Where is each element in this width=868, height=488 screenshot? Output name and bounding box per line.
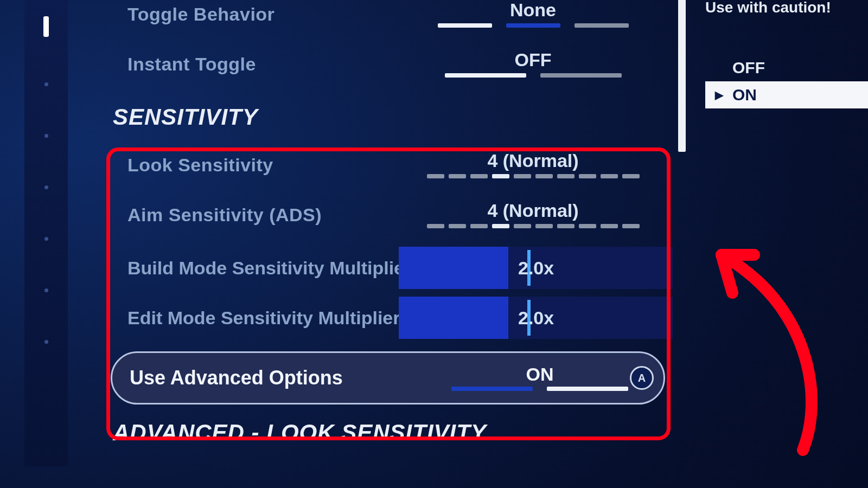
control-use-advanced[interactable]: ON xyxy=(433,365,646,391)
slider-edit-multiplier[interactable]: 2.0x xyxy=(399,297,673,339)
label-toggle-behavior: Toggle Behavior xyxy=(127,4,410,25)
segments-instant-toggle xyxy=(445,73,622,78)
row-instant-toggle[interactable]: Instant Toggle OFF xyxy=(103,39,673,89)
row-aim-sensitivity[interactable]: Aim Sensitivity (ADS) 4 (Normal) xyxy=(103,190,673,240)
nav-item-active[interactable] xyxy=(43,16,49,37)
value-aim-sensitivity: 4 (Normal) xyxy=(487,201,578,220)
scrollbar[interactable] xyxy=(678,0,686,455)
label-look-sensitivity: Look Sensitivity xyxy=(127,155,410,176)
ticks-look-sensitivity xyxy=(427,174,640,178)
row-toggle-behavior[interactable]: Toggle Behavior None xyxy=(103,0,673,39)
control-toggle-behavior[interactable]: None xyxy=(410,1,656,28)
help-option-off[interactable]: OFF xyxy=(705,54,868,81)
value-toggle-behavior: None xyxy=(510,1,556,19)
help-panel: Use with caution! OFF ON xyxy=(705,0,868,108)
label-use-advanced: Use Advanced Options xyxy=(130,367,433,389)
help-option-on[interactable]: ON xyxy=(705,81,868,108)
settings-panel: Toggle Behavior None Instant Toggle OFF … xyxy=(103,0,673,488)
nav-dot-icon[interactable] xyxy=(44,185,48,189)
ticks-aim-sensitivity xyxy=(427,224,640,228)
slider-value: 2.0x xyxy=(518,307,554,329)
control-instant-toggle[interactable]: OFF xyxy=(410,50,656,78)
section-sensitivity: SENSITIVITY xyxy=(103,89,673,140)
label-aim-sensitivity: Aim Sensitivity (ADS) xyxy=(127,204,410,226)
value-instant-toggle: OFF xyxy=(515,50,552,69)
slider-build-multiplier[interactable]: 2.0x xyxy=(399,247,673,289)
segments-toggle-behavior xyxy=(438,23,629,28)
label-instant-toggle: Instant Toggle xyxy=(127,54,410,75)
nav-dot-icon[interactable] xyxy=(44,288,48,292)
nav-dot-icon[interactable] xyxy=(44,237,48,241)
left-nav xyxy=(24,0,68,466)
nav-dot-icon[interactable] xyxy=(44,340,48,344)
control-look-sensitivity[interactable]: 4 (Normal) xyxy=(410,151,656,178)
value-look-sensitivity: 4 (Normal) xyxy=(487,151,578,170)
slider-fill xyxy=(399,297,508,339)
a-button-icon[interactable]: A xyxy=(630,366,654,390)
row-build-multiplier[interactable]: Build Mode Sensitivity Multiplier 2.0x xyxy=(103,246,673,290)
nav-dot-icon[interactable] xyxy=(44,82,48,86)
slider-fill xyxy=(399,247,508,289)
nav-dot-icon[interactable] xyxy=(44,134,48,138)
label-edit-multiplier: Edit Mode Sensitivity Multiplier xyxy=(127,307,399,329)
segments-use-advanced xyxy=(451,387,628,391)
section-advanced-look: ADVANCED - LOOK SENSITIVITY xyxy=(103,404,673,455)
control-aim-sensitivity[interactable]: 4 (Normal) xyxy=(410,201,656,228)
slider-value: 2.0x xyxy=(518,258,554,279)
row-edit-multiplier[interactable]: Edit Mode Sensitivity Multiplier 2.0x xyxy=(103,296,673,339)
scrollbar-thumb[interactable] xyxy=(678,0,686,152)
help-warning: Use with caution! xyxy=(705,0,868,16)
label-build-multiplier: Build Mode Sensitivity Multiplier xyxy=(127,258,399,279)
value-use-advanced: ON xyxy=(526,365,554,383)
annotation-arrow-icon xyxy=(689,233,830,461)
row-use-advanced-options[interactable]: Use Advanced Options ON A xyxy=(111,351,665,404)
row-look-sensitivity[interactable]: Look Sensitivity 4 (Normal) xyxy=(103,140,673,190)
